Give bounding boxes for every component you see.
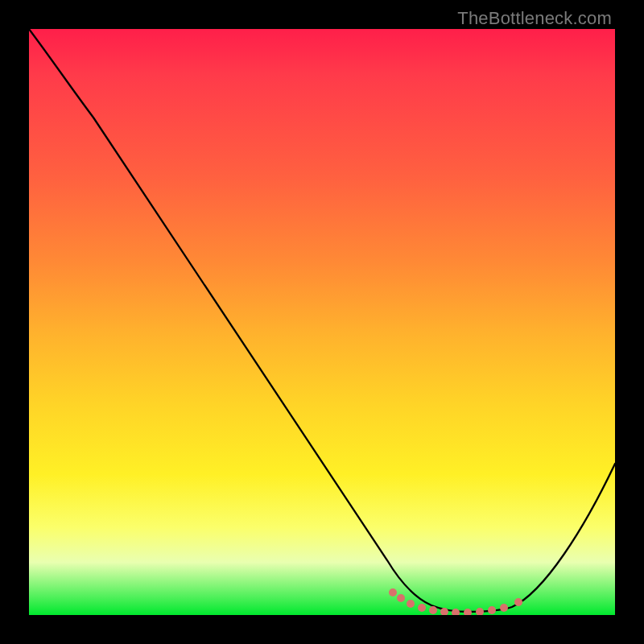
watermark-label: TheBottleneck.com <box>457 8 612 29</box>
marker-dot <box>488 606 496 614</box>
marker-dot <box>514 598 522 606</box>
bottleneck-curve <box>29 29 615 612</box>
optimal-range-markers <box>389 588 522 615</box>
marker-dot <box>429 606 437 614</box>
chart-svg <box>29 29 615 615</box>
marker-dot <box>389 588 397 597</box>
marker-dot <box>397 594 405 602</box>
marker-dot <box>452 609 460 615</box>
marker-dot <box>464 609 472 615</box>
chart-frame: TheBottleneck.com <box>0 0 644 644</box>
marker-dot <box>476 608 484 615</box>
marker-dot <box>500 604 508 612</box>
marker-dot <box>418 604 426 612</box>
marker-dot <box>407 600 415 608</box>
plot-area <box>29 29 615 615</box>
